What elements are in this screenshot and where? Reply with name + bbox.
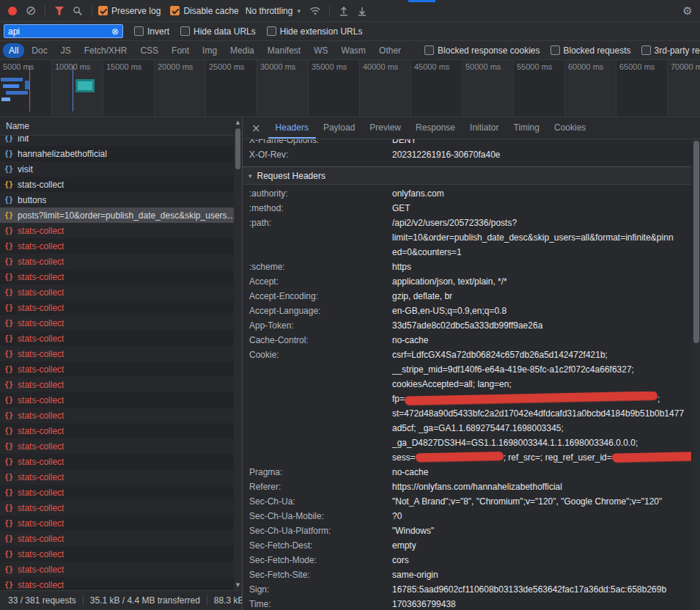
tab-initiator[interactable]: Initiator [463,117,506,139]
request-row[interactable]: {}hannahelizabethofficial [0,146,242,161]
filter-pill-js[interactable]: JS [55,43,77,58]
filter-pill-doc[interactable]: Doc [26,43,53,58]
filter-pill-wasm[interactable]: Wasm [336,43,372,58]
json-request-icon: {} [4,136,13,142]
request-row[interactable]: {}stats-collect [0,500,242,515]
details-scrollbar[interactable] [693,139,700,610]
filter-pill-media[interactable]: Media [224,43,260,58]
arrow-up-tray-icon [339,6,349,16]
tab-response[interactable]: Response [408,117,463,139]
filter-pill-img[interactable]: Img [196,43,223,58]
filter-pill-css[interactable]: CSS [134,43,164,58]
request-row[interactable]: {}stats-collect [0,377,242,392]
import-har-button[interactable] [336,3,352,19]
request-row[interactable]: {}stats-collect [0,408,242,423]
close-icon[interactable]: × [243,122,268,135]
filter-pill-fetch-xhr[interactable]: Fetch/XHR [78,43,133,58]
tab-preview[interactable]: Preview [362,117,408,139]
request-row[interactable]: {}stats-collect [0,331,242,346]
waterfall-mark [3,84,19,88]
header-name: Cookie: [243,348,392,362]
filter-input[interactable]: api ⊗ [4,24,123,38]
requests-scrollbar[interactable]: ▲ ▼ [234,117,242,590]
request-name: stats-collect [18,503,64,513]
preserve-log-checkbox[interactable]: Preserve log [98,6,161,16]
request-row[interactable]: {}stats-collect [0,177,242,192]
hide-data-urls-checkbox[interactable]: Hide data URLs [180,26,256,37]
hide-extension-urls-checkbox[interactable]: Hide extension URLs [267,26,363,37]
header-row: Sec-Fetch-Site:same-origin [243,567,691,582]
tab-cookies[interactable]: Cookies [547,117,593,139]
throttling-select[interactable]: No throttling ▾ [246,6,301,16]
request-row[interactable]: {}stats-collect [0,346,242,361]
search-button[interactable] [70,3,86,19]
third-party-requests-checkbox[interactable]: 3rd-party requests [641,45,700,56]
request-row[interactable]: {}stats-collect [0,531,242,546]
filter-pill-all[interactable]: All [3,43,24,58]
header-name: Accept-Language: [243,304,392,318]
request-row[interactable]: {}stats-collect [0,254,242,269]
header-value: onlyfans.com [392,186,691,201]
record-button[interactable] [4,3,21,19]
request-row[interactable]: {}posts?limit=10&order=publish_date_desc… [0,207,242,223]
scrollbar-thumb[interactable] [235,128,240,169]
clear-filter-icon[interactable]: ⊗ [111,27,119,36]
request-headers-section-header[interactable]: ▾ Request Headers [243,166,691,185]
request-row[interactable]: {}stats-collect [0,454,242,469]
waterfall-mark [6,91,28,95]
invert-checkbox[interactable]: Invert [134,26,169,37]
request-row[interactable]: {}stats-collect [0,269,242,284]
request-row[interactable]: {}stats-collect [0,284,242,300]
filter-pill-other[interactable]: Other [373,43,407,58]
filter-toggle-button[interactable] [51,3,67,19]
export-har-button[interactable] [354,3,370,19]
scrollbar-thumb[interactable] [693,141,699,343]
waterfall-mark [29,66,30,111]
tab-headers[interactable]: Headers [268,117,316,139]
request-row[interactable]: {}stats-collect [0,423,242,438]
request-row[interactable]: {}stats-collect [0,546,242,562]
request-row[interactable]: {}init [0,136,242,146]
header-row: :method:GET [243,201,691,216]
request-row[interactable]: {}buttons [0,192,242,207]
network-overview[interactable]: 5000 ms10000 ms15000 ms20000 ms25000 ms3… [0,60,700,117]
json-request-icon: {} [4,180,13,188]
status-bar: 33 / 381 requests 35.1 kB / 4.4 MB trans… [0,590,242,610]
scroll-up-icon[interactable]: ▲ [234,119,242,126]
request-row[interactable]: {}stats-collect [0,438,242,454]
request-row[interactable]: {}stats-collect [0,469,242,485]
json-request-icon: {} [4,150,13,158]
tab-payload[interactable]: Payload [316,117,362,139]
header-row: Referer:https://onlyfans.com/hannaheliza… [243,479,691,494]
blocked-response-cookies-checkbox[interactable]: Blocked response cookies [424,45,539,56]
settings-button[interactable]: ⚙ [679,3,696,19]
name-column-header[interactable]: Name [0,117,242,136]
request-row[interactable]: {}stats-collect [0,223,242,238]
network-conditions-button[interactable] [307,3,323,19]
clear-button[interactable]: ⊘ [23,3,39,19]
request-row[interactable]: {}stats-collect [0,485,242,500]
request-row[interactable]: {}visit [0,161,242,177]
blocked-requests-checkbox[interactable]: Blocked requests [550,45,631,56]
tab-timing[interactable]: Timing [506,117,547,139]
request-row[interactable]: {}stats-collect [0,562,242,577]
checkbox-label: Disable cache [183,6,238,16]
scroll-down-icon[interactable]: ▼ [234,581,242,589]
filter-pill-ws[interactable]: WS [308,43,334,58]
request-row[interactable]: {}stats-collect [0,315,242,331]
request-row[interactable]: {}stats-collect [0,577,242,590]
request-row[interactable]: {}stats-collect [0,392,242,408]
checkbox-unchecked-icon [424,45,434,55]
header-row: X-Of-Rev:202312261916-30670fa40e [243,147,691,162]
funnel-icon [55,7,65,15]
request-row[interactable]: {}stats-collect [0,300,242,315]
type-filter-bar: AllDocJSFetch/XHRCSSFontImgMediaManifest… [0,41,700,60]
disable-cache-checkbox[interactable]: Disable cache [170,6,238,16]
filter-pill-manifest[interactable]: Manifest [262,43,306,58]
json-request-icon: {} [4,211,13,219]
request-row[interactable]: {}stats-collect [0,238,242,254]
response-headers-tail: X-Frame-Options:DENYX-Of-Rev:20231226191… [243,139,691,162]
request-row[interactable]: {}stats-collect [0,515,242,531]
filter-pill-font[interactable]: Font [166,43,195,58]
request-row[interactable]: {}stats-collect [0,361,242,377]
